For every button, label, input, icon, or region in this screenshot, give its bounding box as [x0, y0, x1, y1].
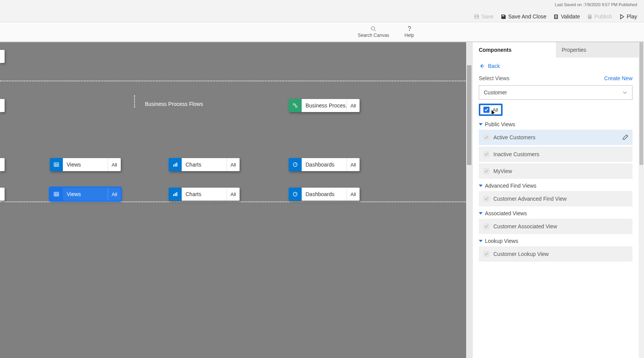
checkbox-icon[interactable] — [483, 168, 490, 174]
charts-box-label: Charts — [182, 188, 227, 201]
charts-box-ext: All — [227, 188, 240, 201]
tab-components[interactable]: Components — [473, 42, 556, 58]
view-group-title[interactable]: Associated Views — [479, 210, 632, 216]
save-label: Save — [481, 13, 494, 20]
view-item-label: Inactive Customers — [493, 151, 539, 157]
save-button: Save — [474, 13, 494, 20]
caret-down-icon — [479, 240, 483, 242]
all-label: All — [493, 107, 498, 113]
svg-line-1 — [375, 30, 376, 31]
canvas-stub[interactable] — [0, 158, 5, 171]
play-label: Play — [627, 13, 637, 20]
view-group-title[interactable]: Public Views — [479, 121, 632, 127]
svg-point-2 — [409, 30, 410, 31]
all-checkbox-highlighted[interactable]: All — [479, 104, 503, 116]
charts-box[interactable]: Charts All — [169, 158, 240, 171]
panel-scrollbar[interactable] — [639, 42, 644, 358]
dashboards-box-label: Dashboards — [302, 188, 347, 201]
view-item-row[interactable]: Inactive Customers — [479, 147, 632, 162]
play-icon — [619, 14, 625, 20]
grid-icon — [50, 158, 63, 171]
dashboard-icon — [289, 188, 302, 201]
canvas-stub[interactable] — [0, 188, 5, 201]
view-item-label: MyView — [493, 168, 512, 174]
canvas-scrollbar[interactable] — [466, 42, 472, 358]
checkbox-icon[interactable] — [483, 134, 490, 140]
help-icon — [406, 26, 412, 32]
views-box-label: Views — [63, 188, 108, 201]
canvas-area[interactable]: Business Process Flows Business Proces..… — [0, 42, 472, 358]
group-title-label: Advanced Find Views — [485, 183, 536, 189]
svg-rect-3 — [54, 163, 59, 167]
view-group-title[interactable]: Advanced Find Views — [479, 183, 632, 189]
select-views-title: Select Views — [479, 75, 509, 81]
checkbox-icon[interactable] — [483, 151, 490, 157]
view-item-row[interactable]: Customer Advanced Find View — [479, 191, 632, 206]
svg-rect-13 — [54, 192, 59, 196]
grid-icon — [50, 188, 63, 201]
view-group-title[interactable]: Lookup Views — [479, 238, 632, 244]
views-box-label: Views — [63, 158, 108, 171]
view-item-row[interactable]: Customer Lookup View — [479, 246, 632, 262]
canvas-stub[interactable] — [0, 99, 5, 112]
dashboards-box-ext: All — [347, 158, 360, 171]
tab-properties[interactable]: Properties — [556, 42, 639, 58]
back-link[interactable]: Back — [479, 63, 632, 69]
caret-down-icon — [479, 212, 483, 214]
side-panel: Components Properties Back Select Views … — [472, 42, 644, 358]
subbar: Search Canvas Help — [0, 22, 644, 42]
views-box-selected[interactable]: Views All — [50, 188, 121, 201]
save-and-close-button[interactable]: Save And Close — [501, 13, 547, 20]
checkbox-icon[interactable] — [483, 223, 490, 229]
bpf-box[interactable]: Business Proces... All — [289, 99, 360, 112]
validate-button[interactable]: Validate — [553, 13, 580, 20]
view-item-row[interactable]: Customer Associated View — [479, 219, 632, 234]
charts-box-ext: All — [227, 158, 240, 171]
svg-rect-8 — [173, 165, 174, 167]
canvas-stub[interactable] — [0, 50, 5, 63]
scrollbar-thumb[interactable] — [467, 65, 472, 165]
group-title-label: Lookup Views — [485, 238, 518, 244]
validate-icon — [553, 14, 559, 20]
checkbox-icon[interactable] — [483, 251, 490, 257]
back-label: Back — [488, 63, 500, 69]
search-canvas-button[interactable]: Search Canvas — [358, 26, 389, 38]
svg-line-22 — [295, 193, 296, 194]
edit-icon[interactable] — [622, 134, 629, 141]
entity-dropdown[interactable]: Customer — [479, 85, 632, 100]
view-groups: Public ViewsActive CustomersInactive Cus… — [479, 121, 632, 262]
scrollbar-thumb[interactable] — [639, 42, 643, 165]
caret-down-icon — [479, 185, 483, 187]
checkbox-checked-icon — [483, 107, 490, 113]
topbar: Last Saved on :7/9/2020 9:57 PM Publishe… — [0, 0, 644, 22]
view-item-label: Customer Lookup View — [493, 251, 549, 257]
help-label: Help — [404, 33, 414, 38]
dashboards-box-label: Dashboards — [302, 158, 347, 171]
validate-label: Validate — [561, 13, 580, 20]
search-canvas-label: Search Canvas — [358, 33, 389, 38]
bpf-box-label: Business Proces... — [302, 99, 347, 112]
view-item-row[interactable]: Active Customers — [479, 130, 632, 145]
create-new-link[interactable]: Create New — [604, 75, 632, 81]
arrow-left-icon — [479, 63, 485, 69]
divider-vertical — [134, 95, 135, 107]
charts-box-label: Charts — [182, 158, 227, 171]
dashboards-box[interactable]: Dashboards All — [289, 188, 360, 201]
group-title-label: Associated Views — [485, 210, 527, 216]
svg-rect-18 — [173, 194, 174, 196]
bpf-box-ext: All — [347, 99, 360, 112]
view-item-row[interactable]: MyView — [479, 163, 632, 179]
dashboards-box[interactable]: Dashboards All — [289, 158, 360, 171]
divider — [0, 81, 472, 81]
svg-rect-19 — [175, 193, 176, 196]
publish-icon — [587, 14, 593, 20]
view-item-label: Customer Advanced Find View — [493, 196, 567, 202]
views-box[interactable]: Views All — [50, 158, 121, 171]
charts-box[interactable]: Charts All — [169, 188, 240, 201]
checkbox-icon[interactable] — [483, 196, 490, 202]
entity-dropdown-value: Customer — [484, 89, 507, 96]
chart-icon — [169, 188, 182, 201]
bpf-section-label: Business Process Flows — [145, 101, 203, 107]
play-button[interactable]: Play — [619, 13, 637, 20]
help-button[interactable]: Help — [404, 26, 414, 38]
